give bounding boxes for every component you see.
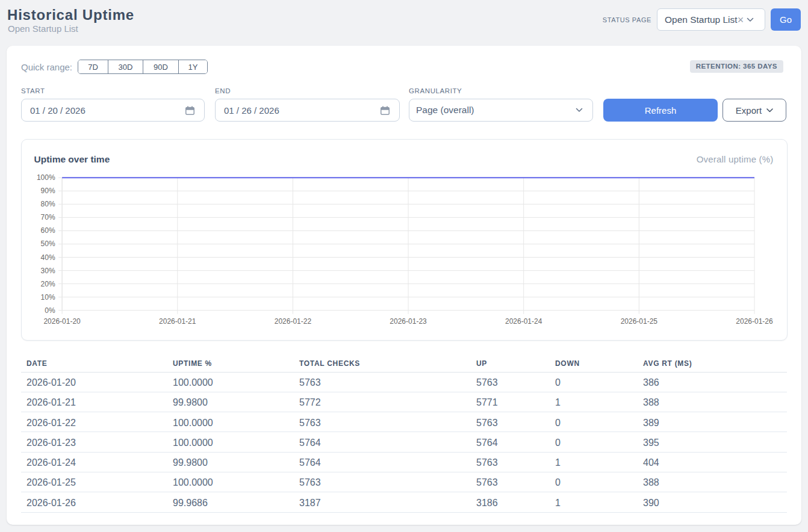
svg-text:10%: 10% bbox=[40, 293, 55, 302]
svg-text:2026-01-20: 2026-01-20 bbox=[43, 317, 81, 326]
svg-text:2026-01-23: 2026-01-23 bbox=[390, 317, 427, 326]
svg-text:0%: 0% bbox=[45, 306, 55, 315]
svg-text:100%: 100% bbox=[36, 173, 55, 182]
svg-text:20%: 20% bbox=[40, 280, 55, 288]
svg-text:2026-01-21: 2026-01-21 bbox=[159, 317, 196, 326]
svg-text:2026-01-22: 2026-01-22 bbox=[274, 317, 311, 326]
svg-text:2026-01-26: 2026-01-26 bbox=[736, 317, 773, 326]
svg-text:2026-01-24: 2026-01-24 bbox=[505, 317, 542, 326]
svg-text:30%: 30% bbox=[40, 267, 55, 275]
svg-text:80%: 80% bbox=[40, 200, 55, 208]
svg-text:70%: 70% bbox=[40, 213, 55, 221]
svg-text:60%: 60% bbox=[40, 226, 55, 235]
svg-text:90%: 90% bbox=[40, 187, 55, 195]
svg-text:2026-01-25: 2026-01-25 bbox=[620, 317, 657, 326]
svg-text:50%: 50% bbox=[40, 240, 55, 248]
svg-text:40%: 40% bbox=[40, 253, 55, 262]
